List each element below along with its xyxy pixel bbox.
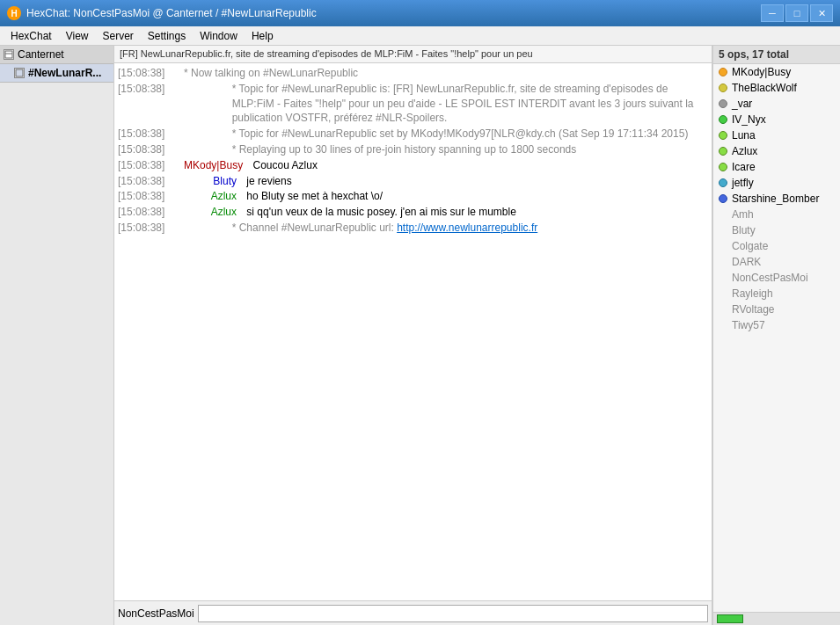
chat-line: [15:08:38] MKody|Busy Coucou Azlux (118, 158, 708, 173)
user-status-dot (719, 147, 727, 156)
user-list-item[interactable]: _var (713, 96, 840, 112)
user-name-label: DARK (732, 256, 761, 268)
title-bar-left: H HexChat: NonCestPasMoi @ Canternet / #… (7, 6, 317, 20)
menu-bar: HexChat View Server Settings Window Help (0, 26, 840, 46)
user-status-dot (719, 163, 727, 171)
chat-nick: Bluty (184, 174, 237, 189)
user-list-item[interactable]: Bluty (713, 222, 840, 238)
chat-text: * Topic for #NewLunarRepublic set by MKo… (232, 127, 708, 142)
chat-timestamp: [15:08:38] (118, 66, 184, 81)
input-area: NonCestPasMoi (114, 600, 712, 625)
user-status-dot (719, 273, 727, 282)
chat-text: * Replaying up to 30 lines of pre-join h… (232, 142, 708, 157)
user-name-label: TheBlackWolf (732, 82, 797, 94)
user-name-label: Rayleigh (732, 287, 773, 300)
chat-text: * Now talking on #NewLunarRepublic (184, 66, 708, 81)
user-status-dot (719, 258, 727, 266)
user-status-dot (719, 226, 727, 235)
chat-nick: Azlux (184, 205, 237, 220)
userlist-footer (713, 612, 840, 625)
chat-separator (187, 82, 229, 97)
chat-timestamp: [15:08:38] (118, 127, 184, 142)
user-list-item[interactable]: Colgate (713, 238, 840, 254)
chat-separator (187, 142, 229, 157)
network-icon (4, 49, 14, 60)
minimize-button[interactable]: ─ (761, 4, 784, 22)
svg-text:H: H (11, 9, 17, 18)
chat-separator (246, 158, 249, 173)
chat-line: [15:08:38] Azlux si qq'un veux de la mus… (118, 205, 708, 220)
chat-timestamp: [15:08:38] (118, 158, 184, 173)
chat-timestamp: [15:08:38] (118, 221, 184, 236)
channel-icon (14, 68, 25, 78)
input-nick-label: NonCestPasMoi (118, 607, 194, 620)
user-name-label: jetfly (732, 177, 754, 189)
chat-area: [FR] NewLunarRepublic.fr, site de stream… (114, 46, 712, 625)
user-list-item[interactable]: Luna (713, 127, 840, 143)
user-status-dot (719, 242, 727, 251)
chat-separator (240, 205, 243, 220)
user-list-item[interactable]: IV_Nyx (713, 112, 840, 127)
chat-line: [15:08:38] Azlux ho Bluty se met à hexch… (118, 189, 708, 204)
user-list-item[interactable]: Icare (713, 159, 840, 175)
maximize-button[interactable]: □ (785, 4, 808, 22)
user-list-item[interactable]: MKody|Busy (713, 64, 840, 80)
menu-settings[interactable]: Settings (141, 28, 193, 44)
user-name-label: Bluty (732, 224, 756, 236)
user-name-label: NonCestPasMoi (732, 272, 808, 284)
main-layout: Canternet #NewLunarR... [FR] NewLunarRep… (0, 46, 840, 625)
menu-window[interactable]: Window (193, 28, 245, 44)
user-list-item[interactable]: NonCestPasMoi (713, 270, 840, 286)
menu-server[interactable]: Server (95, 28, 140, 44)
channel-label: #NewLunarR... (28, 67, 101, 79)
user-list-item[interactable]: Amh (713, 207, 840, 222)
chat-line: [15:08:38] * Topic for #NewLunarRepublic… (118, 82, 708, 126)
chat-nick: Azlux (184, 189, 237, 204)
user-name-label: Amh (732, 208, 754, 221)
user-list-item[interactable]: RVoltage (713, 302, 840, 317)
sidebar-item-canternet[interactable]: Canternet (0, 46, 113, 64)
userlist-header: 5 ops, 17 total (713, 46, 840, 64)
user-list-item[interactable]: jetfly (713, 175, 840, 191)
title-bar: H HexChat: NonCestPasMoi @ Canternet / #… (0, 0, 840, 26)
user-list-item[interactable]: Azlux (713, 143, 840, 159)
chat-line: [15:08:38] * Channel #NewLunarRepublic u… (118, 221, 708, 236)
chat-text: * Channel #NewLunarRepublic url: http://… (232, 221, 708, 236)
hexchat-icon: H (7, 6, 21, 20)
user-name-label: _var (732, 98, 752, 110)
chat-separator (187, 221, 229, 236)
user-name-label: Tiwy57 (732, 319, 765, 331)
menu-view[interactable]: View (59, 28, 96, 44)
menu-help[interactable]: Help (245, 28, 281, 44)
chat-messages[interactable]: [15:08:38] * Now talking on #NewLunarRep… (114, 63, 712, 600)
user-name-label: Icare (732, 161, 756, 173)
user-list-item[interactable]: DARK (713, 254, 840, 270)
user-status-dot (719, 178, 727, 187)
chat-separator (187, 127, 229, 142)
svg-rect-4 (16, 69, 23, 76)
user-list-item[interactable]: Tiwy57 (713, 317, 840, 333)
status-bar-green (717, 614, 743, 623)
user-list-item[interactable]: Rayleigh (713, 286, 840, 302)
user-list-item[interactable]: Starshine_Bomber (713, 191, 840, 207)
sidebar-item-newlunarrepublic[interactable]: #NewLunarR... (0, 64, 113, 83)
user-name-label: Colgate (732, 240, 768, 252)
user-name-label: RVoltage (732, 303, 775, 316)
chat-text: je reviens (246, 174, 708, 189)
window-controls: ─ □ ✕ (761, 4, 833, 22)
chat-input[interactable] (198, 605, 708, 622)
close-button[interactable]: ✕ (810, 4, 833, 22)
chat-timestamp: [15:08:38] (118, 205, 184, 220)
user-list-item[interactable]: TheBlackWolf (713, 80, 840, 96)
chat-timestamp: [15:08:38] (118, 142, 184, 157)
user-status-dot (719, 321, 727, 330)
chat-text: * Topic for #NewLunarRepublic is: [FR] N… (232, 82, 708, 126)
user-name-label: Starshine_Bomber (732, 193, 819, 205)
menu-hexchat[interactable]: HexChat (4, 28, 59, 44)
user-status-dot (719, 68, 727, 76)
chat-text: si qq'un veux de la music posey. j'en ai… (246, 205, 708, 220)
user-status-dot (719, 289, 727, 298)
topic-bar: [FR] NewLunarRepublic.fr, site de stream… (114, 46, 712, 63)
chat-separator (240, 174, 243, 189)
user-status-dot (719, 115, 727, 124)
